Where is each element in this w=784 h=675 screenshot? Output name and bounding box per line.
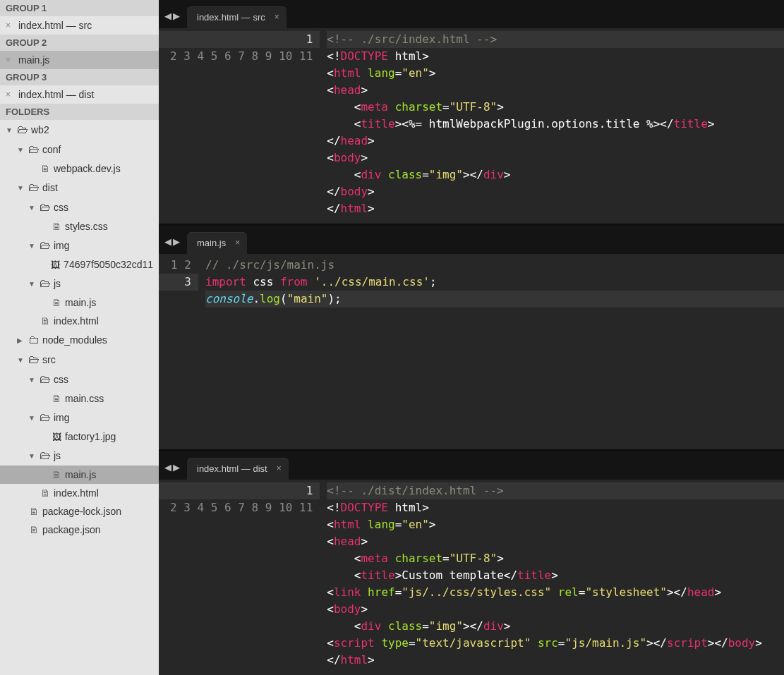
folder-item[interactable]: js (0, 274, 159, 293)
tree-label: node_modules (42, 334, 107, 346)
file-item[interactable]: main.css (0, 389, 159, 408)
editor-pane: ◀▶ index.html — dist×1 2 3 4 5 6 7 8 9 1… (159, 451, 784, 675)
folder-item[interactable]: node_modules (0, 330, 159, 350)
code-area[interactable]: 1 2 3 4 5 6 7 8 9 10 11<!-- ./src/index.… (159, 28, 784, 224)
chevron-down-icon[interactable] (28, 376, 37, 384)
chevron-down-icon[interactable] (28, 452, 37, 460)
chevron-down-icon[interactable] (6, 126, 14, 134)
img-icon (50, 260, 61, 270)
folder-item[interactable]: img (0, 408, 159, 427)
file-item[interactable]: styles.css (0, 217, 159, 236)
folder-open-icon (40, 239, 51, 252)
group-header[interactable]: GROUP 2 (0, 35, 159, 51)
file-item[interactable]: main.js (0, 293, 159, 312)
file-tree: wb2confwebpack.dev.jsdistcssstyles.cssim… (0, 120, 159, 539)
tree-label: wb2 (31, 124, 49, 135)
editor-tab[interactable]: index.html — src× (187, 6, 287, 28)
chevron-right-icon[interactable] (17, 336, 25, 344)
close-icon[interactable]: × (235, 238, 240, 248)
tab-bar: ◀▶ index.html — dist× (159, 451, 784, 480)
open-file-item[interactable]: ×main.js (0, 51, 159, 69)
file-item[interactable]: factory1.jpg (0, 427, 159, 446)
file-item[interactable]: 74697f5050c32cd11 (0, 255, 159, 274)
nav-arrows: ◀▶ (163, 462, 184, 480)
tree-label: dist (42, 182, 58, 193)
code-area[interactable]: 1 2 3// ./src/js/main.js import css from… (159, 254, 784, 449)
nav-fwd-icon[interactable]: ▶ (173, 11, 180, 21)
folder-item[interactable]: dist (0, 178, 159, 197)
open-file-label: main.js (18, 54, 49, 66)
code-content[interactable]: <!-- ./dist/index.html --> <!DOCTYPE htm… (320, 480, 784, 675)
close-icon[interactable]: × (6, 55, 13, 65)
folder-item[interactable]: css (0, 370, 159, 389)
close-icon[interactable]: × (6, 20, 13, 30)
chevron-down-icon[interactable] (28, 204, 37, 212)
folder-open-icon (28, 353, 40, 366)
open-file-item[interactable]: ×index.html — src (0, 16, 159, 35)
tab-label: index.html — src (197, 12, 265, 23)
tree-label: webpack.dev.js (54, 163, 121, 174)
tree-label: img (54, 412, 70, 423)
editor-pane: ◀▶ index.html — src×1 2 3 4 5 6 7 8 9 10… (159, 0, 784, 224)
open-file-label: index.html — dist (18, 89, 94, 100)
nav-back-icon[interactable]: ◀ (164, 236, 171, 247)
file-icon (28, 506, 40, 517)
folder-item[interactable]: js (0, 446, 159, 466)
folder-open-icon (40, 277, 51, 290)
tree-label: main.js (65, 297, 96, 308)
file-item[interactable]: main.js (0, 466, 159, 484)
folder-item[interactable]: conf (0, 140, 159, 159)
open-file-item[interactable]: ×index.html — dist (0, 85, 159, 104)
file-icon (40, 163, 51, 174)
nav-fwd-icon[interactable]: ▶ (173, 462, 180, 473)
close-icon[interactable]: × (277, 463, 282, 473)
file-item[interactable]: package.json (0, 521, 159, 539)
folder-item[interactable]: wb2 (0, 120, 159, 140)
nav-back-icon[interactable]: ◀ (164, 462, 171, 473)
tree-label: conf (42, 144, 61, 155)
file-item[interactable]: webpack.dev.js (0, 159, 159, 178)
tab-label: index.html — dist (197, 463, 267, 474)
tab-bar: ◀▶ main.js× (159, 226, 784, 254)
group-header[interactable]: GROUP 3 (0, 69, 159, 85)
file-item[interactable]: package-lock.json (0, 502, 159, 521)
nav-fwd-icon[interactable]: ▶ (173, 236, 180, 247)
editor-tab[interactable]: main.js× (187, 232, 247, 254)
tree-label: factory1.jpg (65, 431, 116, 442)
close-icon[interactable]: × (6, 90, 13, 99)
chevron-down-icon[interactable] (17, 356, 25, 364)
file-icon (51, 393, 62, 404)
file-icon (40, 315, 51, 327)
code-area[interactable]: 1 2 3 4 5 6 7 8 9 10 11<!-- ./dist/index… (159, 480, 784, 675)
editor-area: ◀▶ index.html — src×1 2 3 4 5 6 7 8 9 10… (159, 0, 784, 675)
editor-tab[interactable]: index.html — dist× (187, 458, 289, 480)
code-content[interactable]: <!-- ./src/index.html --> <!DOCTYPE html… (320, 28, 784, 224)
tree-label: 74697f5050c32cd11 (64, 259, 153, 270)
file-icon (51, 221, 62, 232)
tree-label: index.html (54, 487, 99, 499)
chevron-down-icon[interactable] (28, 242, 37, 250)
folder-open-icon (40, 373, 51, 386)
nav-arrows: ◀▶ (163, 236, 184, 254)
nav-back-icon[interactable]: ◀ (164, 11, 171, 21)
tree-label: package.json (42, 524, 101, 535)
chevron-down-icon[interactable] (17, 146, 25, 154)
open-file-label: index.html — src (18, 20, 92, 31)
file-item[interactable]: index.html (0, 484, 159, 502)
tree-label: index.html (54, 315, 99, 327)
tree-label: main.css (65, 393, 104, 404)
close-icon[interactable]: × (275, 12, 279, 22)
chevron-down-icon[interactable] (17, 184, 25, 192)
folder-item[interactable]: img (0, 236, 159, 255)
code-content[interactable]: // ./src/js/main.js import css from '../… (198, 254, 784, 449)
folder-open-icon (40, 201, 51, 214)
folder-open-icon (17, 123, 28, 136)
chevron-down-icon[interactable] (28, 280, 37, 288)
file-item[interactable]: index.html (0, 312, 159, 330)
folder-item[interactable]: css (0, 197, 159, 217)
chevron-down-icon[interactable] (28, 414, 37, 422)
group-header[interactable]: GROUP 1 (0, 0, 159, 16)
folder-item[interactable]: src (0, 350, 159, 370)
folders-header: FOLDERS (0, 104, 159, 120)
line-gutter: 1 2 3 (159, 254, 198, 449)
